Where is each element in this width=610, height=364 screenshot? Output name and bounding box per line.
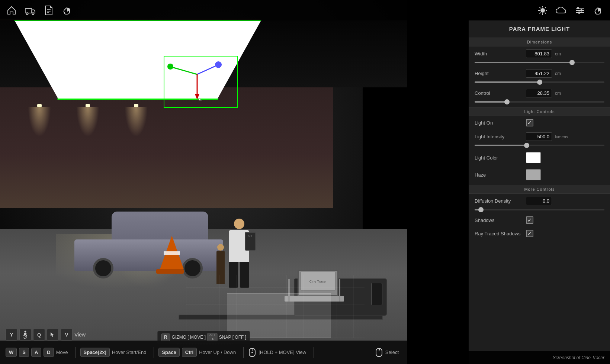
shadows-label: Shadows [475, 218, 523, 223]
svg-line-14 [540, 12, 541, 13]
height-row: Height cm [469, 66, 610, 81]
diffusion-density-input[interactable] [526, 197, 552, 205]
select-group: Select [375, 348, 402, 357]
panel-title: PARA FRAME LIGHT [469, 20, 610, 36]
ctrl-key[interactable]: Ctrl [182, 348, 197, 357]
home-icon[interactable] [4, 3, 19, 18]
diffusion-density-row: Diffusion Density [469, 194, 610, 208]
hover-up-down-label: Hover Up / Down [199, 349, 236, 355]
light-intensity-label: Light Intensity [475, 134, 523, 139]
wall-light-3 [134, 104, 138, 107]
intensity-slider-fill [475, 145, 527, 146]
diffusion-slider-container [469, 208, 610, 213]
control-slider-thumb[interactable] [504, 99, 510, 104]
q-key[interactable]: Q [33, 329, 45, 341]
svg-point-20 [578, 12, 580, 14]
width-unit: cm [555, 51, 564, 57]
width-slider-container [469, 61, 610, 66]
svg-line-11 [540, 7, 541, 8]
light-color-swatch[interactable] [526, 152, 541, 163]
light-intensity-unit: lumens [555, 135, 572, 139]
sun-icon[interactable] [535, 3, 550, 18]
separator-2 [154, 347, 154, 358]
control-unit: cm [555, 91, 564, 96]
top-right-icons [535, 3, 606, 18]
separator-4 [314, 347, 314, 358]
light-intensity-row: Light Intensity lumens [469, 129, 610, 144]
light-color-label: Light Color [475, 155, 523, 161]
space2x-key[interactable]: Space[2x] [80, 348, 110, 357]
hold-move-label: [HOLD + MOVE] View [259, 349, 306, 355]
car-top [112, 212, 208, 239]
hands-icon[interactable] [60, 3, 75, 18]
svg-point-19 [580, 9, 582, 12]
view-label: View [74, 332, 86, 338]
wall-light-2 [86, 104, 90, 107]
ray-traced-shadows-checkbox[interactable]: ✓ [526, 230, 533, 237]
diffusion-density-label: Diffusion Density [475, 198, 523, 204]
dimensions-header: Dimensions [469, 38, 610, 46]
a-key[interactable]: A [31, 348, 41, 357]
bottom-keys-bar: W S A D Move Space[2x] Hover Start/End S… [0, 341, 407, 364]
ray-traced-shadows-label: Ray Traced Shadows [475, 231, 523, 236]
haze-swatch[interactable] [526, 169, 541, 180]
light-color-row: Light Color [469, 149, 610, 166]
control-slider-track[interactable] [475, 101, 604, 103]
truck-icon[interactable] [22, 3, 38, 18]
gizmo-move-label: GIZMO [ MOVE ] [172, 335, 206, 340]
height-input[interactable] [526, 69, 552, 78]
light-controls-header: Light Controls [469, 107, 610, 116]
svg-point-1 [26, 13, 28, 15]
sliders-icon[interactable] [572, 3, 588, 18]
d-key[interactable]: D [44, 348, 54, 357]
width-slider-track[interactable] [475, 62, 604, 63]
width-input[interactable] [526, 49, 552, 58]
shadows-checkbox[interactable]: ✓ [526, 216, 533, 224]
viewport[interactable]: CT Cine Tracer [0, 0, 407, 364]
control-row: Control cm [469, 86, 610, 100]
svg-marker-29 [51, 332, 54, 337]
width-slider-fill [475, 62, 572, 63]
svg-point-6 [540, 8, 545, 13]
height-slider-container [469, 81, 610, 86]
space-key[interactable]: Space [158, 348, 179, 357]
car [74, 212, 223, 271]
separator-1 [76, 347, 76, 358]
cloud-icon[interactable] [553, 3, 569, 18]
intensity-slider-thumb[interactable] [524, 143, 529, 148]
hold-move-group: [HOLD + MOVE] View [248, 348, 309, 357]
height-slider-fill [475, 81, 540, 83]
intensity-slider-track[interactable] [475, 145, 604, 146]
right-panel: PARA FRAME LIGHT Dimensions Width cm Hei… [469, 20, 610, 364]
top-bar [0, 0, 610, 20]
select-label: Select [385, 349, 399, 355]
diffusion-slider-thumb[interactable] [478, 207, 484, 212]
screenshot-bar: Screenshot of Cine Tracer [407, 351, 610, 364]
width-slider-thumb[interactable] [569, 60, 575, 65]
w-key[interactable]: W [6, 348, 17, 357]
light-intensity-input[interactable] [526, 132, 552, 141]
document-icon[interactable] [41, 3, 57, 18]
walk-icon-btn[interactable] [19, 329, 31, 341]
s-key[interactable]: S [19, 348, 29, 357]
control-input[interactable] [526, 89, 552, 97]
screenshot-label: Screenshot of Cine Tracer [553, 355, 604, 360]
light-on-label: Light On [475, 120, 523, 126]
separator-3 [243, 347, 244, 358]
v-key[interactable]: V [61, 329, 73, 341]
r-key[interactable]: R [161, 334, 170, 341]
intensity-slider-container [469, 144, 610, 149]
height-slider-track[interactable] [475, 81, 604, 83]
height-slider-thumb[interactable] [537, 80, 542, 85]
more-controls-header: More Controls [469, 185, 610, 194]
diffusion-slider-track[interactable] [475, 209, 604, 210]
cursor-key[interactable] [47, 329, 59, 341]
svg-line-12 [545, 12, 546, 13]
hands-right-icon[interactable] [591, 3, 606, 18]
snap-label: SNAP [ OFF ] [219, 335, 246, 340]
control-slider-fill [475, 101, 507, 103]
mouse-icon [248, 348, 256, 357]
light-on-checkbox[interactable]: ✓ [526, 119, 533, 126]
move-label: Move [56, 349, 68, 355]
y-key[interactable]: Y [6, 329, 17, 341]
